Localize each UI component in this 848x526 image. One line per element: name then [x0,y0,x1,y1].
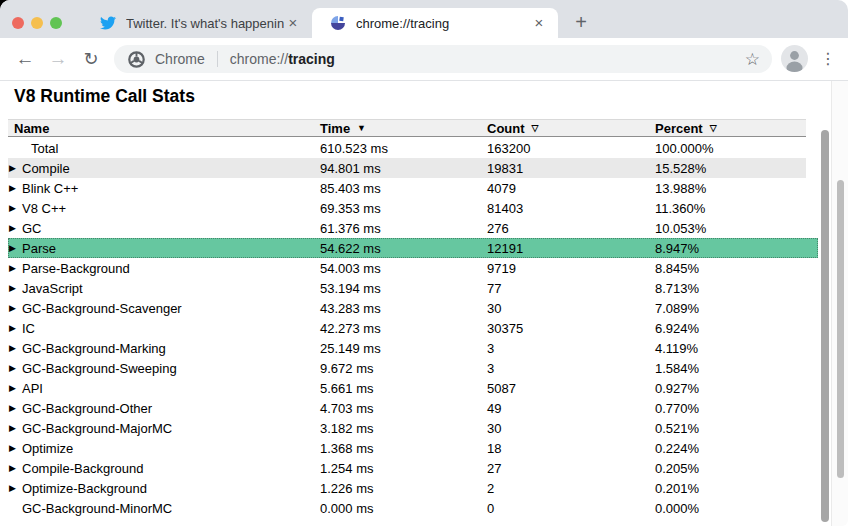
expand-triangle-icon[interactable]: ▶ [8,443,22,453]
column-header-name[interactable]: Name [8,121,320,136]
row-name-cell: ▶GC-Background-Sweeping [8,361,320,376]
table-row[interactable]: ▶Compile94.801 ms1983115.528% [8,158,806,178]
row-count: 3 [487,361,655,376]
table-row[interactable]: ▶Blink C++85.403 ms407913.988% [8,178,806,198]
row-name-cell: ▶GC-Background-Other [8,401,320,416]
row-time: 1.368 ms [320,441,487,456]
forward-button[interactable]: → [45,46,71,72]
page-content: V8 Runtime Call Stats Name Time ▼ Count … [0,81,832,526]
column-header-time[interactable]: Time ▼ [320,121,487,136]
expand-triangle-icon[interactable]: ▶ [8,183,22,193]
table-row[interactable]: ▶Optimize1.368 ms180.224% [8,438,806,458]
row-count: 77 [487,281,655,296]
expand-triangle-icon[interactable]: ▶ [8,423,22,433]
row-name: Blink C++ [22,181,78,196]
page-scrollbar-thumb[interactable] [837,180,844,478]
row-percent: 7.089% [655,301,806,316]
expand-triangle-icon[interactable]: ▶ [8,303,22,313]
table-row[interactable]: ▶GC-Background-Marking25.149 ms34.119% [8,338,806,358]
traffic-light-close-button[interactable] [12,17,24,29]
row-time: 1.226 ms [320,481,487,496]
expand-triangle-icon[interactable]: ▶ [8,343,22,353]
tab-close-icon[interactable]: × [530,14,548,32]
reload-button[interactable]: ↻ [78,46,104,72]
expand-triangle-icon[interactable]: ▶ [8,243,22,253]
table-row[interactable]: ▶V8 C++69.353 ms8140311.360% [8,198,806,218]
row-name: GC-Background-Other [22,401,152,416]
row-name-cell: ▶Parse-Background [8,261,320,276]
table-row[interactable]: ▶GC-Background-Sweeping9.672 ms31.584% [8,358,806,378]
expand-triangle-icon[interactable]: ▶ [8,323,22,333]
table-row[interactable]: ▶Parse-Background54.003 ms97198.845% [8,258,806,278]
expand-triangle-icon[interactable]: ▶ [8,163,22,173]
table-row[interactable]: ▶Parse54.622 ms121918.947% [8,238,818,258]
row-time: 9.672 ms [320,361,487,376]
site-label: Chrome [155,51,205,67]
browser-toolbar: ← → ↻ Chrome chrome://tracing ☆ ⋮ [0,38,848,81]
row-name: Compile [22,161,70,176]
table-row[interactable]: ▶GC61.376 ms27610.053% [8,218,806,238]
row-percent: 11.360% [655,201,806,216]
expand-triangle-icon[interactable]: ▶ [8,283,22,293]
url-host: tracing [288,51,335,67]
row-count: 12191 [487,241,655,256]
sort-desc-icon: ▼ [357,123,366,133]
tab-twitter[interactable]: Twitter. It's what's happening. × [84,8,310,38]
row-time: 1.254 ms [320,461,487,476]
tracing-pie-icon [330,15,346,31]
address-bar[interactable]: Chrome chrome://tracing ☆ [114,45,772,73]
tab-title: chrome://tracing [356,16,530,31]
expand-triangle-icon[interactable]: ▶ [8,363,22,373]
back-button[interactable]: ← [12,46,38,72]
column-header-percent[interactable]: Percent ▽ [655,121,806,136]
expand-triangle-icon[interactable]: ▶ [8,403,22,413]
table-row[interactable]: ▶IC42.273 ms303756.924% [8,318,806,338]
table-row[interactable]: ▶GC-Background-Scavenger43.283 ms307.089… [8,298,806,318]
row-count: 2 [487,481,655,496]
row-name-cell: ▶Optimize [8,441,320,456]
row-count: 81403 [487,201,655,216]
table-row[interactable]: ▶Compile-Background1.254 ms270.205% [8,458,806,478]
row-name: GC-Background-MinorMC [22,501,172,516]
table-row[interactable]: ▶GC-Background-MajorMC3.182 ms300.521% [8,418,806,438]
table-row[interactable]: ▶Optimize-Background1.226 ms20.201% [8,478,806,498]
traffic-light-minimize-button[interactable] [31,17,43,29]
table-scrollbar-thumb[interactable] [821,130,829,522]
expand-triangle-icon[interactable]: ▶ [8,223,22,233]
browser-menu-button[interactable]: ⋮ [818,46,838,72]
row-count: 30375 [487,321,655,336]
tab-tracing[interactable]: chrome://tracing × [312,8,558,38]
table-row[interactable]: ▶GC-Background-Other4.703 ms490.770% [8,398,806,418]
bookmark-star-icon[interactable]: ☆ [743,49,762,70]
column-header-count[interactable]: Count ▽ [487,121,655,136]
profile-avatar[interactable] [781,45,808,72]
row-name: Parse-Background [22,261,130,276]
expand-triangle-icon[interactable]: ▶ [8,263,22,273]
row-count: 27 [487,461,655,476]
row-count: 49 [487,401,655,416]
table-row[interactable]: ▶API5.661 ms50870.927% [8,378,806,398]
traffic-light-zoom-button[interactable] [50,17,62,29]
table-row[interactable]: Total610.523 ms163200100.000% [8,138,806,158]
expand-triangle-icon[interactable]: ▶ [8,383,22,393]
row-name-cell: ▶Blink C++ [8,181,320,196]
row-percent: 0.770% [655,401,806,416]
sort-outline-icon: ▽ [710,123,717,133]
page-scrollbar-track[interactable] [831,81,848,526]
row-time: 43.283 ms [320,301,487,316]
row-percent: 4.119% [655,341,806,356]
row-percent: 0.521% [655,421,806,436]
row-time: 85.403 ms [320,181,487,196]
expand-triangle-icon[interactable]: ▶ [8,203,22,213]
tab-close-icon[interactable]: × [284,14,302,32]
row-count: 18 [487,441,655,456]
new-tab-button[interactable]: + [568,10,594,36]
expand-triangle-icon[interactable]: ▶ [8,463,22,473]
row-percent: 1.584% [655,361,806,376]
table-row[interactable]: GC-Background-MinorMC0.000 ms00.000% [8,498,806,518]
row-percent: 8.947% [655,241,818,256]
row-time: 69.353 ms [320,201,487,216]
table-row[interactable]: ▶JavaScript53.194 ms778.713% [8,278,806,298]
omnibox-separator [217,51,218,67]
expand-triangle-icon[interactable]: ▶ [8,483,22,493]
